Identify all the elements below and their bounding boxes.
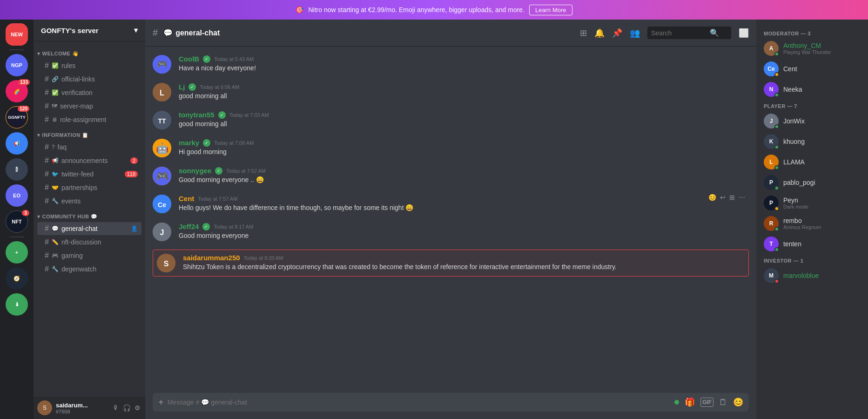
notification-icon[interactable]: 🔔: [594, 28, 605, 38]
server-icon-eo[interactable]: EO: [6, 184, 28, 207]
member-avatar: Ce: [764, 61, 779, 76]
chevron-down-icon: ▾: [134, 26, 138, 34]
message-text: Shihtzu Token is a decentralized cryptoc…: [183, 263, 745, 272]
channel-partnerships[interactable]: # 🤝 partnerships: [37, 181, 141, 194]
inbox-icon[interactable]: ⬜: [739, 28, 749, 38]
message-text: Have a nice day everyone!: [179, 64, 749, 73]
server-icons-sidebar: NEW NGP 🌈 133 GGNFTY 120 📢 ₿ EO NFT 3 + …: [0, 20, 34, 419]
member-neeka[interactable]: N Neeka: [760, 79, 864, 100]
message-input[interactable]: [168, 393, 671, 412]
gift-icon[interactable]: 🎁: [685, 397, 695, 407]
member-rembo[interactable]: R rembo Animus Regnum: [760, 213, 864, 234]
server-icon-ggnfty[interactable]: GGNFTY 120: [6, 106, 28, 128]
message-timestamp: Today at 5:43 AM: [214, 56, 254, 62]
nitro-icon: 🎯: [296, 6, 303, 14]
emoji-icon[interactable]: 😊: [733, 397, 743, 407]
member-avatar: L: [764, 155, 779, 169]
message-username: tonytran55: [179, 111, 215, 119]
gif-icon[interactable]: GIF: [700, 398, 713, 407]
server-icon-ngp[interactable]: NGP: [6, 54, 28, 76]
thread-icon[interactable]: ⊞: [729, 194, 735, 201]
server-icon-add[interactable]: +: [6, 241, 28, 264]
message-timestamp: Today at 7:03 AM: [229, 112, 269, 118]
message-content: sonnygee ✓ Today at 7:52 AM Good morning…: [179, 167, 749, 185]
message-header: Cent Today at 7:57 AM: [179, 195, 749, 203]
message-username: Lj: [179, 83, 185, 91]
current-user-avatar: S: [37, 400, 52, 415]
server-icon-arc[interactable]: 🌈 133: [6, 80, 28, 102]
search-icon: 🔍: [710, 28, 719, 37]
category-information[interactable]: ▾ INFORMATION 📋: [34, 127, 145, 140]
channel-twitter-feed[interactable]: # 🐦 twitter-feed 118: [37, 168, 141, 181]
members-icon[interactable]: 👥: [630, 28, 640, 38]
server-icon-compass[interactable]: 🧭: [6, 267, 28, 290]
learn-more-button[interactable]: Learn More: [529, 5, 572, 15]
channel-general-chat[interactable]: # 💬 general-chat 👤: [37, 222, 141, 235]
sticker-icon[interactable]: 🗒: [719, 398, 727, 407]
search-input[interactable]: [651, 29, 707, 37]
svg-text:S: S: [164, 260, 169, 268]
member-anthony-cm[interactable]: A Anthony_CM Playing War Thunder: [760, 38, 864, 59]
server-icon-blue[interactable]: 📢: [6, 132, 28, 155]
member-pablo-pogi[interactable]: P pablo_pogi: [760, 172, 864, 193]
svg-text:L: L: [160, 89, 164, 97]
message-content: Jeff24 ✓ Today at 8:17 AM Good morning e…: [179, 223, 749, 241]
members-sidebar: MODERATOR — 3 A Anthony_CM Playing War T…: [756, 20, 868, 419]
message-timestamp: Today at 7:57 AM: [198, 196, 237, 202]
channel-announcements[interactable]: # 📢 announcements 2: [37, 154, 141, 167]
channel-faq[interactable]: # ? faq: [37, 141, 141, 154]
channel-official-links[interactable]: # 🔗 official-links: [37, 73, 141, 86]
reply-icon[interactable]: ↩: [720, 194, 726, 201]
category-welcome[interactable]: ▾ WELCOME 👋: [34, 45, 145, 59]
channel-degenwatch[interactable]: # 🔧 degenwatch: [37, 263, 141, 276]
member-llama[interactable]: L LLAMA: [760, 152, 864, 172]
message-content: marky ✓ Today at 7:08 AM Hi good morning: [179, 139, 749, 157]
channel-gaming[interactable]: # 🎮 gaming: [37, 249, 141, 262]
member-tenten[interactable]: T tenten: [760, 234, 864, 254]
moderator-category: MODERATOR — 3: [760, 27, 864, 38]
threads-icon[interactable]: ⊞: [580, 28, 587, 38]
message-timestamp: Today at 7:08 AM: [214, 140, 254, 146]
message-group: 🎮 sonnygee ✓ Today at 7:52 AM Good morni…: [153, 166, 749, 186]
mute-button[interactable]: 🎙: [112, 403, 120, 412]
more-icon[interactable]: ⋯: [739, 194, 745, 201]
user-badge: ✓: [218, 111, 226, 119]
attach-button[interactable]: +: [158, 397, 164, 408]
server-header[interactable]: GONFTY's server ▾: [34, 20, 145, 41]
member-peyn[interactable]: P Peyn Dark mode: [760, 193, 864, 213]
deafen-button[interactable]: 🎧: [122, 403, 132, 412]
message-content: Lj ✓ Today at 6:06 AM good morning all: [179, 83, 749, 101]
server-divider: [9, 49, 24, 50]
online-status-dot: [674, 400, 679, 405]
server-icon-btc[interactable]: ₿: [6, 158, 28, 181]
channel-server-map[interactable]: # 🗺 server-map: [37, 100, 141, 113]
member-jonwix[interactable]: J JonWix: [760, 111, 864, 131]
member-cent[interactable]: Ce Cent: [760, 59, 864, 79]
channel-verification[interactable]: # ✅ verification: [37, 86, 141, 99]
message-username: Cent: [179, 195, 194, 203]
channel-icon: 💬: [163, 28, 173, 37]
channel-events[interactable]: # 🔧 events: [37, 195, 141, 208]
message-text: Hi good morning: [179, 148, 749, 157]
channel-role-assignment[interactable]: # 🖥 role-assignment: [37, 113, 141, 126]
server-icon-nft[interactable]: NFT 3: [6, 210, 28, 233]
channel-rules[interactable]: # ✅ rules: [37, 59, 141, 72]
server-icon-new[interactable]: NEW: [6, 23, 28, 46]
message-header: Lj ✓ Today at 6:06 AM: [179, 83, 749, 91]
server-icon-download[interactable]: ⬇: [6, 293, 28, 316]
message-text: good morning all: [179, 92, 749, 101]
input-actions: 🎁 GIF 🗒 😊: [674, 397, 743, 407]
pin-icon[interactable]: 📌: [612, 28, 622, 38]
member-avatar: K: [764, 134, 779, 149]
member-marvoloblue[interactable]: M marvoloblue: [760, 265, 864, 286]
member-name: Peyn: [783, 196, 808, 204]
category-community[interactable]: ▾ COMMUNITY HUB 💬: [34, 208, 145, 222]
search-box[interactable]: 🔍: [647, 27, 731, 39]
react-icon[interactable]: 😊: [708, 194, 716, 201]
settings-button[interactable]: ⚙: [134, 403, 141, 412]
messages-area: 🎮 CoolB ✓ Today at 5:43 AM Have a nice d…: [145, 47, 756, 393]
member-khuong[interactable]: K khuong: [760, 131, 864, 152]
member-name: Anthony_CM: [783, 42, 831, 49]
member-name: pablo_pogi: [783, 179, 815, 186]
channel-nft-discussion[interactable]: # ✏️ nft-discussion: [37, 236, 141, 249]
